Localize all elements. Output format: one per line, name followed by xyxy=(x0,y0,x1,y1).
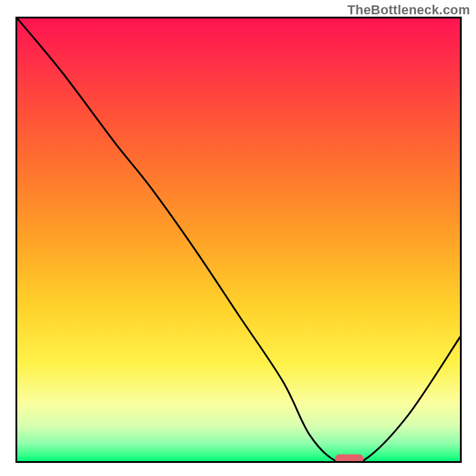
plot-area xyxy=(15,17,462,463)
chart-frame: TheBottleneck.com xyxy=(0,0,476,476)
curve-path xyxy=(17,18,460,463)
watermark-text: TheBottleneck.com xyxy=(347,2,470,18)
bottleneck-curve xyxy=(17,18,460,461)
optimal-marker xyxy=(335,455,364,464)
